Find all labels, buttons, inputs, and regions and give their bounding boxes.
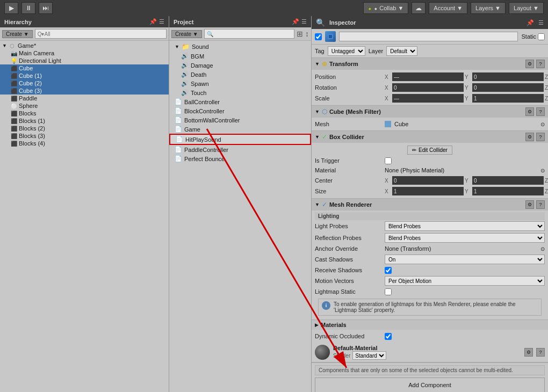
is-trigger-checkbox[interactable] bbox=[385, 157, 392, 164]
cast-shadows-select[interactable]: On bbox=[385, 255, 545, 264]
project-search-input[interactable] bbox=[215, 29, 292, 39]
layers-dropdown[interactable]: Layers ▼ bbox=[471, 2, 506, 14]
project-item-bgm[interactable]: 🔊 BGM bbox=[169, 52, 311, 61]
is-trigger-row: Is Trigger bbox=[315, 156, 545, 165]
hierarchy-item-blocks-3[interactable]: ⬛ Blocks (3) bbox=[0, 132, 169, 140]
transform-settings-button[interactable]: ⚙ bbox=[525, 60, 534, 68]
hierarchy-item-paddle[interactable]: ⬛ Paddle bbox=[0, 95, 169, 102]
hierarchy-item-sphere[interactable]: ⚪ Sphere bbox=[0, 102, 169, 110]
project-item-damage[interactable]: 🔊 Damage bbox=[169, 61, 311, 70]
hierarchy-item-blocks-2[interactable]: ⬛ Blocks (2) bbox=[0, 125, 169, 132]
layer-select[interactable]: Default bbox=[386, 46, 417, 56]
layout-dropdown[interactable]: Layout ▼ bbox=[509, 2, 544, 14]
box-collider-help-button[interactable]: ? bbox=[536, 133, 545, 141]
inspector-menu-icon[interactable]: ☰ bbox=[538, 19, 544, 26]
collider-material-select-icon[interactable]: ⊙ bbox=[540, 168, 545, 173]
light-probes-select[interactable]: Blend Probes bbox=[385, 221, 545, 231]
mesh-renderer-settings-button[interactable]: ⚙ bbox=[525, 200, 534, 209]
blocks-2-icon: ⬛ bbox=[11, 126, 17, 132]
box-collider-settings-button[interactable]: ⚙ bbox=[525, 133, 534, 141]
project-view-icon[interactable]: ⊞ bbox=[297, 30, 303, 38]
position-x-input[interactable] bbox=[392, 72, 464, 81]
hierarchy-item-cube-2[interactable]: ⬛ Cube (2) bbox=[0, 79, 169, 87]
project-sort-icon[interactable]: ↕ bbox=[305, 30, 309, 38]
hierarchy-item-main-camera[interactable]: 📷 Main Camera bbox=[0, 49, 169, 57]
project-item-paddlecontroller[interactable]: 📄 PaddleController bbox=[169, 145, 311, 154]
cloud-button[interactable]: ☁ bbox=[412, 2, 426, 14]
hierarchy-item-blocks-4[interactable]: ⬛ Blocks (4) bbox=[0, 140, 169, 147]
step-button[interactable]: ⏭ bbox=[39, 2, 53, 14]
project-create-button[interactable]: Create ▼ bbox=[171, 30, 202, 38]
transform-header[interactable]: ▼ ⊕ Transform ⚙ ? bbox=[312, 58, 548, 70]
hierarchy-item-label: Cube (1) bbox=[19, 72, 42, 79]
box-collider-header[interactable]: ▼ ✓ Box Collider ⚙ ? bbox=[312, 131, 548, 143]
play-button[interactable]: ▶ bbox=[4, 2, 18, 14]
project-item-sound[interactable]: ▼ 📁 Sound bbox=[169, 42, 311, 52]
hierarchy-item-game[interactable]: ▼ ⬡ Game* bbox=[0, 42, 169, 49]
center-y-input[interactable] bbox=[472, 176, 544, 185]
project-item-touch[interactable]: 🔊 Touch bbox=[169, 88, 311, 97]
mesh-select-icon[interactable]: ⊙ bbox=[540, 121, 545, 127]
project-item-label: PaddleController bbox=[184, 147, 228, 153]
mesh-filter-help-button[interactable]: ? bbox=[536, 107, 545, 116]
rotation-y-input[interactable] bbox=[472, 83, 544, 92]
hierarchy-item-label: Cube (3) bbox=[19, 88, 42, 94]
mesh-renderer-header[interactable]: ▼ ✓ Mesh Renderer ⚙ ? bbox=[312, 199, 548, 210]
mesh-renderer-help-button[interactable]: ? bbox=[536, 200, 545, 209]
mesh-filter-settings-button[interactable]: ⚙ bbox=[525, 107, 534, 116]
hierarchy-search-input[interactable] bbox=[35, 29, 167, 39]
scale-x-input[interactable] bbox=[392, 94, 464, 103]
cube-icon: ⬛ bbox=[11, 88, 17, 94]
rotation-x-input[interactable] bbox=[392, 83, 464, 92]
scale-y-input[interactable] bbox=[472, 94, 544, 103]
material-settings-button[interactable]: ⚙ bbox=[524, 348, 533, 357]
reflection-probes-select[interactable]: Blend Probes bbox=[385, 233, 545, 243]
transform-help-button[interactable]: ? bbox=[536, 60, 545, 68]
pause-button[interactable]: ⏸ bbox=[21, 2, 35, 14]
dynamic-occluded-checkbox[interactable] bbox=[385, 333, 392, 340]
static-checkbox[interactable] bbox=[538, 33, 545, 40]
project-item-bottomwallcontroller[interactable]: 📄 BottomWallController bbox=[169, 115, 311, 125]
hierarchy-item-cube-3[interactable]: ⬛ Cube (3) bbox=[0, 87, 169, 95]
edit-collider-button[interactable]: ✏ Edit Collider bbox=[407, 146, 452, 155]
mesh-renderer-section: ▼ ✓ Mesh Renderer ⚙ ? Lighting Light Pro… bbox=[312, 199, 548, 320]
center-x-input[interactable] bbox=[392, 176, 464, 185]
hierarchy-item-blocks[interactable]: ⬛ Blocks bbox=[0, 110, 169, 117]
death-audio-icon: 🔊 bbox=[181, 71, 189, 78]
position-y-input[interactable] bbox=[472, 72, 544, 81]
material-help-button[interactable]: ? bbox=[536, 348, 545, 357]
tag-select[interactable]: Untagged bbox=[328, 46, 365, 56]
project-item-game[interactable]: 📄 Game bbox=[169, 125, 311, 134]
project-item-hitplaysound[interactable]: 📄 HitPlaySound bbox=[169, 134, 311, 145]
size-y-input[interactable] bbox=[472, 187, 544, 195]
lightmap-static-checkbox[interactable] bbox=[385, 288, 392, 295]
anchor-override-label: Anchor Override bbox=[315, 245, 385, 252]
shader-select[interactable]: Standard bbox=[352, 351, 386, 360]
hierarchy-item-cube-1[interactable]: ⬛ Cube (1) bbox=[0, 72, 169, 79]
project-menu-icon[interactable]: ☰ bbox=[301, 18, 307, 25]
project-item-blockcontroller[interactable]: 📄 BlockController bbox=[169, 106, 311, 115]
project-item-spawn[interactable]: 🔊 Spawn bbox=[169, 79, 311, 88]
mesh-filter-header[interactable]: ▼ ⬡ Cube (Mesh Filter) ⚙ ? bbox=[312, 106, 548, 118]
hierarchy-item-label: Main Camera bbox=[19, 50, 54, 56]
motion-vectors-select[interactable]: Per Object Motion bbox=[385, 276, 545, 286]
materials-header[interactable]: ▶ Materials bbox=[312, 320, 548, 330]
project-item-label: Damage bbox=[191, 62, 213, 69]
anchor-override-select-icon[interactable]: ⊙ bbox=[540, 246, 545, 252]
hierarchy-create-button[interactable]: Create ▼ bbox=[2, 30, 33, 38]
hierarchy-menu-icon[interactable]: ☰ bbox=[159, 18, 164, 25]
object-active-checkbox[interactable] bbox=[315, 33, 322, 40]
hierarchy-item-cube[interactable]: ⬛ Cube bbox=[0, 64, 169, 72]
collab-button[interactable]: ⬥ ⬥ Collab ▼ bbox=[363, 2, 408, 14]
account-dropdown[interactable]: Account ▼ bbox=[429, 2, 467, 14]
add-component-button[interactable]: Add Component bbox=[315, 378, 545, 392]
object-name-input[interactable] bbox=[339, 32, 518, 41]
toolbar: ▶ ⏸ ⏭ ⬥ ⬥ Collab ▼ ☁ Account ▼ Layers ▼ … bbox=[0, 0, 548, 16]
hierarchy-item-directional-light[interactable]: 💡 Directional Light bbox=[0, 57, 169, 64]
receive-shadows-checkbox[interactable] bbox=[385, 267, 392, 274]
hierarchy-item-blocks-1[interactable]: ⬛ Blocks (1) bbox=[0, 117, 169, 125]
project-item-perfectbounce[interactable]: 📄 Perfect Bounce bbox=[169, 154, 311, 163]
project-item-death[interactable]: 🔊 Death bbox=[169, 70, 311, 79]
project-item-ballcontroller[interactable]: 📄 BallController bbox=[169, 97, 311, 106]
size-x-input[interactable] bbox=[392, 187, 464, 195]
